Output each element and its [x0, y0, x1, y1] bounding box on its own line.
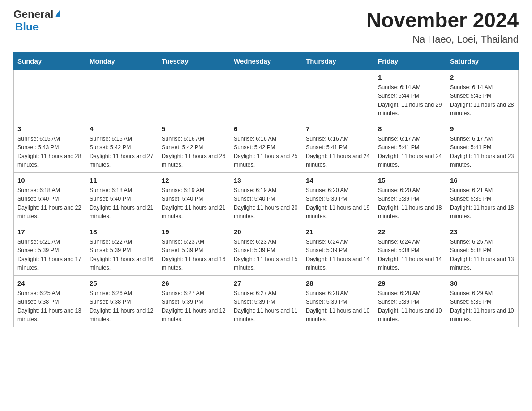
day-number: 24 — [17, 278, 82, 289]
calendar-cell: 22Sunrise: 6:24 AMSunset: 5:38 PMDayligh… — [374, 224, 446, 275]
day-number: 10 — [17, 176, 82, 186]
calendar-title-block: November 2024 Na Haeo, Loei, Thailand — [366, 9, 519, 45]
day-number: 16 — [450, 176, 515, 186]
day-number: 9 — [450, 124, 515, 134]
calendar-cell: 1Sunrise: 6:14 AMSunset: 5:44 PMDaylight… — [374, 69, 446, 121]
calendar-cell: 28Sunrise: 6:28 AMSunset: 5:39 PMDayligh… — [302, 275, 374, 327]
calendar-title: November 2024 — [366, 9, 519, 32]
calendar-cell: 2Sunrise: 6:14 AMSunset: 5:43 PMDaylight… — [446, 69, 519, 121]
calendar-cell: 13Sunrise: 6:19 AMSunset: 5:40 PMDayligh… — [230, 172, 302, 224]
logo-triangle-icon — [55, 10, 60, 17]
calendar-week-row: 10Sunrise: 6:18 AMSunset: 5:40 PMDayligh… — [14, 172, 519, 224]
day-info: Sunrise: 6:26 AMSunset: 5:38 PMDaylight:… — [90, 289, 154, 324]
calendar-week-row: 1Sunrise: 6:14 AMSunset: 5:44 PMDaylight… — [14, 69, 519, 121]
day-number: 17 — [17, 227, 82, 237]
day-info: Sunrise: 6:16 AMSunset: 5:41 PMDaylight:… — [306, 135, 370, 170]
day-info: Sunrise: 6:25 AMSunset: 5:38 PMDaylight:… — [17, 289, 82, 324]
day-number: 15 — [378, 176, 442, 186]
logo-blue-text: Blue — [15, 21, 39, 33]
calendar-cell: 20Sunrise: 6:23 AMSunset: 5:39 PMDayligh… — [230, 224, 302, 275]
day-info: Sunrise: 6:14 AMSunset: 5:44 PMDaylight:… — [378, 83, 442, 118]
calendar-cell: 14Sunrise: 6:20 AMSunset: 5:39 PMDayligh… — [302, 172, 374, 224]
weekday-header-wednesday: Wednesday — [230, 52, 302, 69]
calendar-cell — [158, 69, 230, 121]
calendar-cell: 8Sunrise: 6:17 AMSunset: 5:41 PMDaylight… — [374, 121, 446, 172]
calendar-cell: 25Sunrise: 6:26 AMSunset: 5:38 PMDayligh… — [86, 275, 158, 327]
day-number: 1 — [378, 73, 442, 83]
weekday-header-monday: Monday — [86, 52, 158, 69]
calendar-cell: 12Sunrise: 6:19 AMSunset: 5:40 PMDayligh… — [158, 172, 230, 224]
day-info: Sunrise: 6:16 AMSunset: 5:42 PMDaylight:… — [234, 135, 298, 170]
logo-general-text: General — [13, 9, 53, 20]
day-info: Sunrise: 6:20 AMSunset: 5:39 PMDaylight:… — [378, 186, 442, 221]
day-info: Sunrise: 6:24 AMSunset: 5:39 PMDaylight:… — [306, 238, 370, 273]
calendar-cell — [86, 69, 158, 121]
day-info: Sunrise: 6:16 AMSunset: 5:42 PMDaylight:… — [162, 135, 226, 170]
day-info: Sunrise: 6:24 AMSunset: 5:38 PMDaylight:… — [378, 238, 442, 273]
weekday-header-sunday: Sunday — [14, 52, 86, 69]
day-info: Sunrise: 6:19 AMSunset: 5:40 PMDaylight:… — [162, 186, 226, 221]
day-info: Sunrise: 6:15 AMSunset: 5:42 PMDaylight:… — [90, 135, 154, 170]
calendar-cell — [302, 69, 374, 121]
day-info: Sunrise: 6:17 AMSunset: 5:41 PMDaylight:… — [378, 135, 442, 170]
day-number: 20 — [234, 227, 298, 237]
day-number: 25 — [90, 278, 154, 289]
calendar-cell: 18Sunrise: 6:22 AMSunset: 5:39 PMDayligh… — [86, 224, 158, 275]
logo: General Blue — [13, 9, 60, 33]
page-header: General Blue November 2024 Na Haeo, Loei… — [13, 9, 519, 45]
calendar-cell: 17Sunrise: 6:21 AMSunset: 5:39 PMDayligh… — [14, 224, 86, 275]
day-info: Sunrise: 6:21 AMSunset: 5:39 PMDaylight:… — [450, 186, 515, 221]
day-info: Sunrise: 6:27 AMSunset: 5:39 PMDaylight:… — [162, 289, 226, 324]
day-info: Sunrise: 6:22 AMSunset: 5:39 PMDaylight:… — [90, 238, 154, 273]
weekday-header-saturday: Saturday — [446, 52, 519, 69]
day-number: 27 — [234, 278, 298, 289]
calendar-cell: 30Sunrise: 6:29 AMSunset: 5:39 PMDayligh… — [446, 275, 519, 327]
day-info: Sunrise: 6:23 AMSunset: 5:39 PMDaylight:… — [234, 238, 298, 273]
calendar-cell: 5Sunrise: 6:16 AMSunset: 5:42 PMDaylight… — [158, 121, 230, 172]
day-info: Sunrise: 6:29 AMSunset: 5:39 PMDaylight:… — [450, 289, 515, 324]
calendar-cell: 26Sunrise: 6:27 AMSunset: 5:39 PMDayligh… — [158, 275, 230, 327]
calendar-week-row: 24Sunrise: 6:25 AMSunset: 5:38 PMDayligh… — [14, 275, 519, 327]
calendar-header-row: SundayMondayTuesdayWednesdayThursdayFrid… — [14, 52, 519, 69]
day-number: 11 — [90, 176, 154, 186]
calendar-cell: 4Sunrise: 6:15 AMSunset: 5:42 PMDaylight… — [86, 121, 158, 172]
day-number: 3 — [17, 124, 82, 134]
day-number: 29 — [378, 278, 442, 289]
day-info: Sunrise: 6:14 AMSunset: 5:43 PMDaylight:… — [450, 83, 515, 118]
day-info: Sunrise: 6:18 AMSunset: 5:40 PMDaylight:… — [17, 186, 82, 221]
day-info: Sunrise: 6:23 AMSunset: 5:39 PMDaylight:… — [162, 238, 226, 273]
day-number: 5 — [162, 124, 226, 134]
calendar-subtitle: Na Haeo, Loei, Thailand — [366, 34, 519, 45]
calendar-cell: 7Sunrise: 6:16 AMSunset: 5:41 PMDaylight… — [302, 121, 374, 172]
day-number: 18 — [90, 227, 154, 237]
calendar-cell — [230, 69, 302, 121]
calendar-cell — [14, 69, 86, 121]
weekday-header-thursday: Thursday — [302, 52, 374, 69]
calendar-cell: 19Sunrise: 6:23 AMSunset: 5:39 PMDayligh… — [158, 224, 230, 275]
calendar-cell: 16Sunrise: 6:21 AMSunset: 5:39 PMDayligh… — [446, 172, 519, 224]
day-info: Sunrise: 6:17 AMSunset: 5:41 PMDaylight:… — [450, 135, 515, 170]
day-number: 13 — [234, 176, 298, 186]
day-info: Sunrise: 6:20 AMSunset: 5:39 PMDaylight:… — [306, 186, 370, 221]
day-number: 4 — [90, 124, 154, 134]
day-number: 8 — [378, 124, 442, 134]
calendar-cell: 15Sunrise: 6:20 AMSunset: 5:39 PMDayligh… — [374, 172, 446, 224]
day-number: 26 — [162, 278, 226, 289]
calendar-cell: 6Sunrise: 6:16 AMSunset: 5:42 PMDaylight… — [230, 121, 302, 172]
calendar-cell: 21Sunrise: 6:24 AMSunset: 5:39 PMDayligh… — [302, 224, 374, 275]
calendar-cell: 29Sunrise: 6:28 AMSunset: 5:39 PMDayligh… — [374, 275, 446, 327]
day-number: 22 — [378, 227, 442, 237]
day-info: Sunrise: 6:18 AMSunset: 5:40 PMDaylight:… — [90, 186, 154, 221]
calendar-cell: 24Sunrise: 6:25 AMSunset: 5:38 PMDayligh… — [14, 275, 86, 327]
calendar-table: SundayMondayTuesdayWednesdayThursdayFrid… — [13, 52, 519, 327]
day-info: Sunrise: 6:27 AMSunset: 5:39 PMDaylight:… — [234, 289, 298, 324]
day-number: 28 — [306, 278, 370, 289]
day-info: Sunrise: 6:25 AMSunset: 5:38 PMDaylight:… — [450, 238, 515, 273]
day-number: 14 — [306, 176, 370, 186]
calendar-cell: 27Sunrise: 6:27 AMSunset: 5:39 PMDayligh… — [230, 275, 302, 327]
day-number: 12 — [162, 176, 226, 186]
day-number: 7 — [306, 124, 370, 134]
day-info: Sunrise: 6:21 AMSunset: 5:39 PMDaylight:… — [17, 238, 82, 273]
day-info: Sunrise: 6:28 AMSunset: 5:39 PMDaylight:… — [378, 289, 442, 324]
calendar-cell: 3Sunrise: 6:15 AMSunset: 5:43 PMDaylight… — [14, 121, 86, 172]
